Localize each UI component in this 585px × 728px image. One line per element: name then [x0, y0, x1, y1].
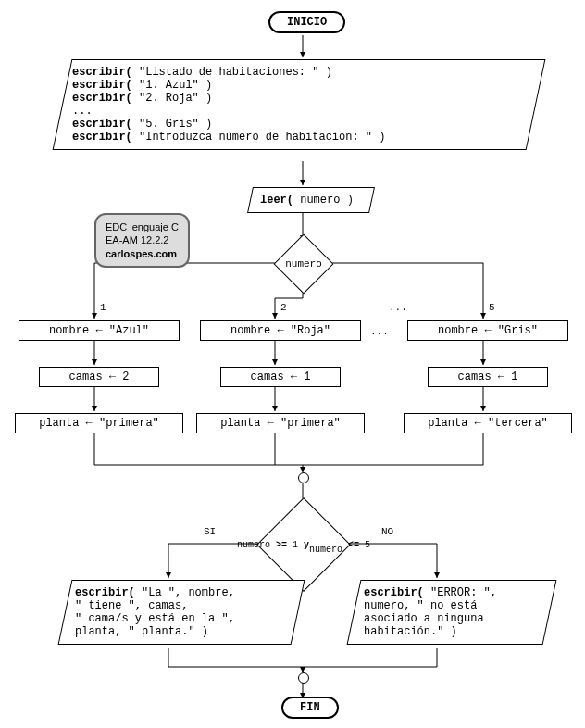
io-output-yes: escribir( "La ", nombre, " tiene ", cama… — [58, 580, 305, 645]
terminal-start: INICIO — [268, 11, 345, 33]
terminal-end: FIN — [281, 697, 339, 719]
io-menu: escribir( "Listado de habitaciones: " ) … — [53, 59, 546, 150]
terminal-end-label: FIN — [300, 701, 320, 714]
connector-merge-bottom — [298, 672, 309, 684]
switch-var: numero — [285, 258, 322, 270]
case-dots-label: ... — [389, 302, 407, 313]
terminal-start-label: INICIO — [287, 16, 327, 29]
badge-line2: EA-AM 12.2.2 — [106, 234, 168, 245]
assign-b2-camas: camas ← 1 — [220, 367, 341, 387]
case-2-label: 2 — [280, 302, 287, 313]
assign-b1-planta: planta ← "primera" — [15, 413, 183, 433]
assign-b2-nombre: nombre ← "Roja" — [200, 320, 361, 341]
label-yes: SI — [204, 526, 216, 537]
assign-b3-camas: camas ← 1 — [428, 367, 548, 387]
assign-b2-planta: planta ← "primera" — [196, 413, 365, 433]
badge-line1: EDC lenguaje C — [106, 221, 179, 232]
assign-b1-camas: camas ← 2 — [39, 367, 159, 387]
connector-merge-top — [298, 472, 309, 483]
watermark-badge: EDC lenguaje C EA-AM 12.2.2 carlospes.co… — [94, 213, 190, 268]
assign-b3-nombre: nombre ← "Gris" — [407, 320, 568, 341]
case-5-label: 5 — [489, 302, 495, 313]
branch-dots: ... — [370, 326, 389, 337]
label-no: NO — [381, 526, 393, 537]
assign-b3-planta: planta ← "tercera" — [404, 413, 572, 433]
io-read: leer( numero ) — [247, 187, 375, 213]
decision-range: numero >= 1 y numero <= 5 — [256, 497, 351, 592]
decision-switch: numero — [273, 233, 333, 294]
assign-b1-nombre: nombre ← "Azul" — [19, 320, 180, 341]
io-output-no: escribir( "ERROR: ", numero, " no está a… — [347, 580, 557, 645]
badge-line3: carlospes.com — [106, 247, 179, 260]
case-1-label: 1 — [100, 302, 106, 313]
